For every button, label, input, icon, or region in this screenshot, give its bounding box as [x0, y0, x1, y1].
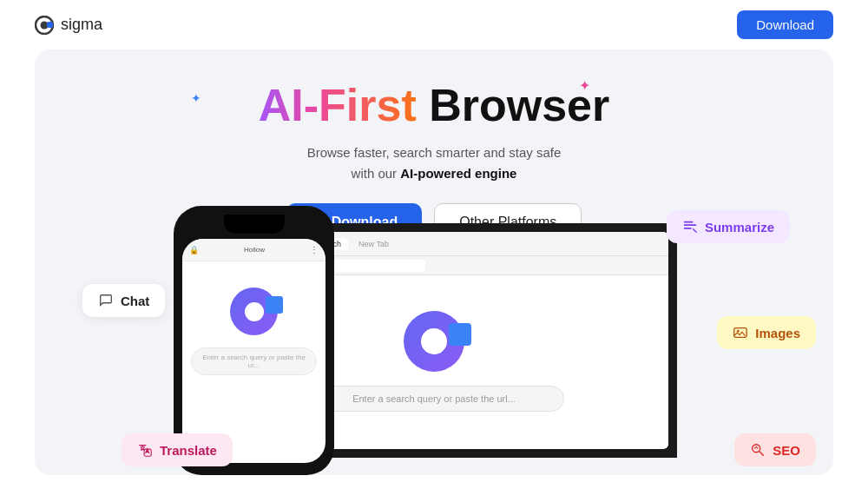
translate-label: Translate [160, 443, 217, 458]
svg-rect-5 [684, 228, 692, 229]
title-browser: Browser [417, 80, 610, 130]
title-first: First [319, 80, 417, 130]
navbar: sigma Download [0, 0, 868, 50]
svg-point-8 [737, 330, 740, 333]
hero-title: AI-First Browser [69, 81, 799, 130]
phone-menu-icon: ⋮ [310, 245, 319, 254]
svg-rect-3 [684, 221, 694, 223]
badge-images: Images [717, 316, 816, 349]
phone-search-bar: Enter a search query or paste the ur... [191, 347, 317, 375]
phone-lock-icon: 🔒 [189, 246, 199, 254]
phone-url: Hollow [202, 246, 306, 254]
browser-tab-new: New Tab [352, 238, 396, 250]
translate-icon [137, 442, 153, 458]
hero-section: ✦ ✦ AI-First Browser Browse faster, sear… [35, 50, 833, 475]
chat-icon [98, 293, 114, 308]
sigma-square [449, 323, 471, 346]
seo-label: SEO [773, 443, 800, 458]
summarize-label: Summarize [705, 220, 774, 235]
phone-sigma-square [266, 296, 283, 314]
svg-rect-4 [684, 224, 696, 226]
title-ai: AI- [259, 80, 319, 130]
badge-translate: Translate [122, 433, 233, 466]
brand-name: sigma [61, 16, 102, 34]
phone-content: Enter a search query or paste the ur... [182, 261, 326, 384]
badge-summarize: Summarize [667, 210, 790, 243]
svg-rect-2 [47, 22, 53, 28]
images-label: Images [755, 326, 800, 340]
seo-icon [750, 442, 766, 458]
laptop-search-bar: Enter a search query or paste the url... [304, 386, 564, 412]
badge-seo: SEO [734, 433, 816, 466]
phone-browser-bar: 🔒 Hollow ⋮ [182, 239, 326, 261]
phone-screen: 🔒 Hollow ⋮ Enter a search query or paste… [182, 239, 326, 463]
nav-download-button[interactable]: Download [737, 10, 833, 39]
sigma-logo-browser: Enter a search query or paste the url... [304, 311, 564, 412]
badge-chat: Chat [82, 284, 165, 317]
summarize-icon [682, 219, 698, 235]
chat-label: Chat [121, 294, 149, 308]
phone-notch [224, 215, 285, 234]
logo: sigma [35, 16, 102, 35]
hero-subtitle: Browse faster, search smarter and stay s… [69, 142, 799, 184]
sigma-logo-icon [35, 16, 54, 35]
images-icon [733, 325, 748, 340]
